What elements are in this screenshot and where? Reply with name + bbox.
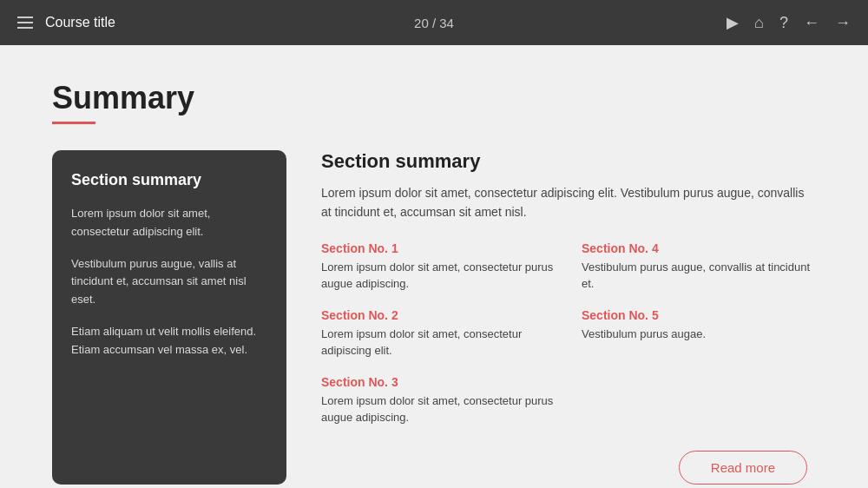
read-more-button[interactable]: Read more (679, 451, 807, 485)
section-name: Section No. 1 (321, 241, 556, 255)
card-paragraph-1: Lorem ipsum dolor sit amet, consectetur … (71, 205, 267, 241)
main-content: Summary Section summary Lorem ipsum dolo… (0, 45, 868, 488)
section-desc: Lorem ipsum dolor sit amet, consectetur … (321, 259, 556, 293)
course-title: Course title (45, 15, 115, 30)
section-item: Section No. 4Vestibulum purus augue, con… (582, 241, 816, 293)
header-actions: ▶ ⌂ ? ← → (727, 13, 851, 32)
content-area: Section summary Lorem ipsum dolor sit am… (52, 150, 816, 485)
section-name: Section No. 2 (321, 308, 556, 322)
section-name: Section No. 5 (582, 308, 816, 322)
progress-indicator: 20 / 34 (414, 16, 454, 30)
section-heading: Section summary (321, 150, 816, 173)
section-item: Section No. 5Vestibulum purus augae. (582, 308, 816, 359)
page-title: Summary (52, 80, 816, 116)
help-icon[interactable]: ? (779, 14, 788, 32)
section-desc: Vestibulum purus augue, convallis at tin… (582, 259, 816, 293)
home-icon[interactable]: ⌂ (754, 14, 764, 32)
section-name: Section No. 4 (582, 241, 816, 255)
section-item: Section No. 2Lorem ipsum dolor sit amet,… (321, 308, 556, 359)
section-intro: Lorem ipsum dolor sit amet, consectetur … (321, 183, 816, 222)
header-left: Course title (17, 15, 115, 30)
forward-icon[interactable]: → (835, 14, 851, 32)
card-paragraph-3: Etiam aliquam ut velit mollis eleifend. … (71, 323, 267, 359)
card-paragraph-2: Vestibulum purus augue, vallis at tincid… (71, 255, 267, 309)
play-icon[interactable]: ▶ (727, 13, 739, 32)
sections-grid: Section No. 1Lorem ipsum dolor sit amet,… (321, 241, 816, 442)
section-item: Section No. 1Lorem ipsum dolor sit amet,… (321, 241, 556, 293)
menu-icon[interactable] (17, 16, 33, 29)
section-name: Section No. 3 (321, 375, 556, 389)
left-card: Section summary Lorem ipsum dolor sit am… (52, 150, 286, 485)
header: Course title 20 / 34 ▶ ⌂ ? ← → (0, 0, 868, 45)
read-more-wrap: Read more (321, 451, 816, 485)
section-desc: Vestibulum purus augae. (582, 326, 816, 343)
back-icon[interactable]: ← (804, 14, 819, 32)
title-underline (52, 122, 95, 124)
card-title: Section summary (71, 171, 267, 189)
section-item: Section No. 3Lorem ipsum dolor sit amet,… (321, 375, 556, 426)
section-desc: Lorem ipsum dolor sit amet, consectetur … (321, 326, 556, 359)
section-desc: Lorem ipsum dolor sit amet, consectetur … (321, 392, 556, 426)
right-section: Section summary Lorem ipsum dolor sit am… (321, 150, 816, 485)
